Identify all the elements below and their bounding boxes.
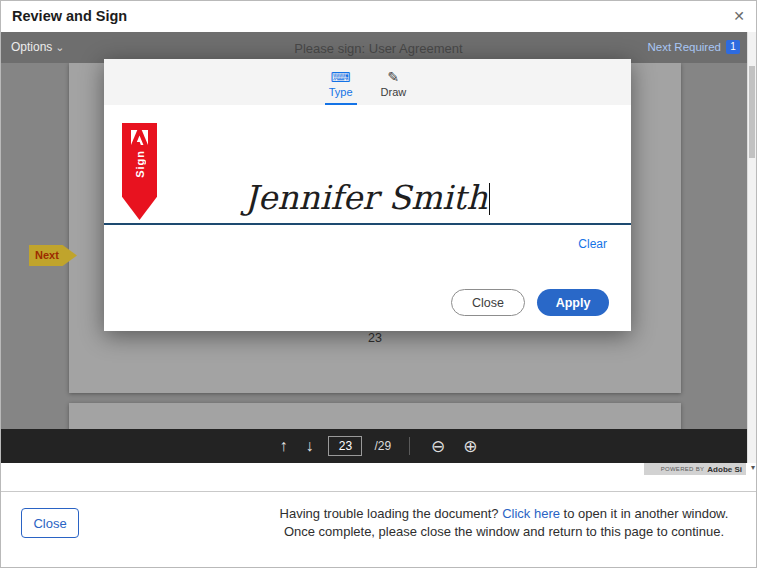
powered-by-strip: POWERED BY Adobe Si: [644, 463, 746, 475]
signature-dialog: ⌨ Type ✎ Draw Sign Jennifer Smith Clear: [104, 59, 631, 331]
signature-text[interactable]: Jennifer Smith: [245, 178, 488, 217]
signature-apply-button[interactable]: Apply: [537, 289, 609, 316]
next-required-label: Next Required: [647, 41, 721, 53]
next-page-icon[interactable]: ↓: [302, 437, 316, 455]
tab-draw[interactable]: ✎ Draw: [377, 66, 411, 105]
adobe-brand-label: Adobe Si: [707, 465, 742, 474]
tab-draw-label: Draw: [381, 86, 407, 98]
total-pages-label: /29: [374, 439, 391, 453]
pen-icon: ✎: [388, 70, 400, 85]
trouble-text-prefix: Having trouble loading the document?: [280, 506, 503, 521]
page-number-label: 23: [69, 331, 681, 345]
page-number-input[interactable]: 23: [328, 436, 362, 456]
footer-close-button[interactable]: Close: [21, 508, 79, 538]
clear-signature-link[interactable]: Clear: [578, 237, 607, 251]
keyboard-icon: ⌨: [331, 70, 351, 85]
signature-input-area[interactable]: Jennifer Smith: [104, 105, 631, 223]
footer-panel: Close Having trouble loading the documen…: [1, 492, 756, 567]
tab-type-label: Type: [329, 86, 353, 98]
footer-help-text: Having trouble loading the document? Cli…: [264, 505, 744, 541]
next-required-badge: 1: [726, 40, 740, 54]
footer-help-line2: Once complete, please close the window a…: [284, 524, 724, 539]
pdf-pager-bar: ↑ ↓ 23 /29 ⊖ ⊕ ›: [1, 429, 756, 463]
tab-type[interactable]: ⌨ Type: [325, 66, 357, 105]
document-sign-title: Please sign: User Agreement: [1, 41, 756, 56]
signature-dialog-buttons: Close Apply: [451, 289, 609, 316]
signature-close-button[interactable]: Close: [451, 289, 525, 316]
text-cursor: [489, 183, 490, 215]
close-icon[interactable]: ✕: [733, 8, 745, 24]
next-required-control[interactable]: Next Required 1: [647, 40, 740, 54]
pager-divider: [409, 437, 410, 455]
document-page-next: [69, 403, 681, 429]
signature-baseline: [104, 223, 631, 225]
signature-text-wrap: Jennifer Smith: [104, 178, 631, 217]
zoom-out-icon[interactable]: ⊖: [428, 436, 448, 457]
review-and-sign-window: Review and Sign ✕ Options⌄ Please sign: …: [0, 0, 757, 568]
trouble-text-suffix: to open it in another window.: [560, 506, 728, 521]
powered-by-label: POWERED BY: [661, 466, 705, 472]
caret-down-icon[interactable]: ▾: [751, 463, 755, 472]
window-title: Review and Sign: [12, 8, 127, 24]
previous-page-icon[interactable]: ↑: [276, 437, 290, 455]
scrollbar-thumb[interactable]: [749, 66, 755, 158]
click-here-link[interactable]: Click here: [502, 506, 560, 521]
signature-tab-bar: ⌨ Type ✎ Draw: [104, 59, 631, 105]
window-header: Review and Sign ✕: [1, 1, 756, 32]
zoom-in-icon[interactable]: ⊕: [460, 436, 480, 457]
vertical-scrollbar[interactable]: [747, 32, 756, 463]
